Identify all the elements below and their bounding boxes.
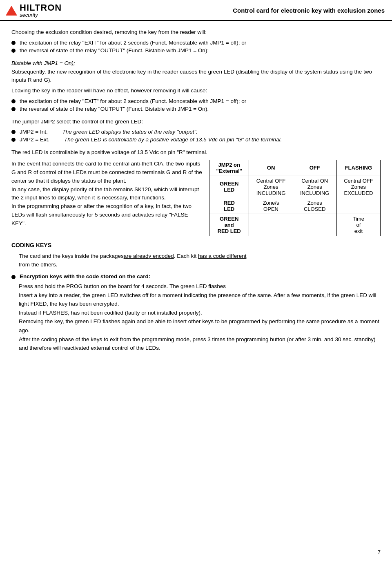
jmp2-intro: The jumper JMP2 select the control of th…	[11, 118, 381, 126]
red-led-flashing	[336, 198, 380, 214]
table-section: In the event that connects the card to t…	[11, 160, 381, 236]
jmp2-ext-content: JMP2 = Ext. The green LED is controllabl…	[20, 136, 282, 143]
green-red-led-on	[249, 214, 293, 236]
bullet-dot-2b	[11, 107, 16, 111]
bullet-item-2b: the reversal of state of the relay "OUTP…	[11, 106, 381, 112]
coding-keys-intro: The card and the keys inside the package…	[19, 253, 124, 259]
green-red-led-flashing: Timeofexit	[336, 214, 380, 236]
coding-keys-intro2: . Each kit	[174, 253, 197, 259]
jmp2-int-content: JMP2 = Int. The green LED displays the s…	[20, 129, 198, 135]
coding-keys-intro3: has a code different	[198, 253, 246, 259]
logo-triangle-icon	[6, 6, 17, 16]
coding-keys-intro-block: The card and the keys inside the package…	[11, 252, 381, 269]
page: HILTRON security Control card for electr…	[0, 0, 392, 561]
bistable-label: Bistable with JMP1 = On);	[11, 60, 75, 66]
col-header-flashing: FLASHING	[336, 160, 380, 176]
bullet-text-1: the excitation of the relay "EXIT" for a…	[20, 40, 246, 46]
led-table: JMP2 on"External" ON OFF FLASHING GREENL…	[209, 160, 381, 236]
bullet-dot-1	[11, 41, 16, 45]
red-led-header: REDLED	[209, 198, 249, 214]
logo-area: HILTRON security	[6, 3, 62, 18]
jmp2-int-row: JMP2 = Int. The green LED displays the s…	[11, 129, 381, 135]
col-header-off: OFF	[293, 160, 336, 176]
jmp2-ext-desc: The green LED is controllable by a posit…	[64, 136, 282, 143]
led-table-wrap: JMP2 on"External" ON OFF FLASHING GREENL…	[209, 160, 381, 236]
bullet-item-1: the excitation of the relay "EXIT" for a…	[11, 40, 381, 46]
bullet-dot-jmp2-ext	[11, 138, 16, 142]
header-title: Control card for electronic key with exc…	[233, 7, 385, 14]
red-led-text: The red LED is controllable by a positiv…	[11, 148, 381, 156]
bullet-text-2: the excitation of the relay "EXIT" for a…	[20, 98, 246, 104]
jmp2-ext-row: JMP2 = Ext. The green LED is controllabl…	[11, 136, 381, 143]
logo-text-area: HILTRON security	[20, 3, 62, 18]
col-header-jmp2: JMP2 on"External"	[209, 160, 249, 176]
logo-sub: security	[20, 12, 62, 18]
logo-name: HILTRON	[20, 3, 62, 12]
table-row-green-red-led: GREENandRED LED Timeofexit	[209, 214, 381, 236]
red-led-off: ZonesCLOSED	[293, 198, 336, 214]
bullet-dot-jmp2-int	[11, 130, 16, 134]
table-row-green-led: GREENLED Central OFFZonesINCLUDING Centr…	[209, 176, 381, 198]
table-row-red-led: REDLED Zone/sOPEN ZonesCLOSED	[209, 198, 381, 214]
page-number: 7	[378, 549, 381, 555]
bullet-item-1b: the reversal of state of the relay "OUTP…	[11, 47, 381, 54]
bullet-dot-encryption	[11, 275, 16, 279]
encryption-label: Encryption keys with the code stored on …	[20, 273, 150, 279]
bullet-text-2b: the reversal of state of the relay "OUTP…	[20, 106, 209, 112]
encryption-bullet: Encryption keys with the code stored on …	[11, 273, 381, 279]
subsequently-text: Bistable with JMP1 = On); Subsequently, …	[11, 59, 381, 84]
bullet-dot-2	[11, 99, 16, 103]
intro-text: Choosing the exclusion condition desired…	[11, 28, 381, 36]
subsequently-body: Subsequently, the new recognition of the…	[11, 69, 372, 83]
green-led-flashing: Central OFFZonesEXCLUDED	[336, 176, 380, 198]
red-led-on: Zone/sOPEN	[249, 198, 293, 214]
green-red-led-off	[293, 214, 336, 236]
bullet-text-1b: the reversal of state of the relay "OUTP…	[20, 47, 209, 54]
leaving-text: Leaving the key in the reader will have …	[11, 87, 381, 95]
green-red-led-header: GREENandRED LED	[209, 214, 249, 236]
coding-keys-underlined: are already encoded	[124, 253, 174, 259]
coding-keys-from-others: from the others.	[19, 262, 58, 268]
bullet-dot-1b	[11, 49, 16, 53]
green-led-header: GREENLED	[209, 176, 249, 198]
header: HILTRON security Control card for electr…	[0, 0, 392, 21]
encryption-steps: Press and hold the PROG button on the bo…	[11, 282, 381, 353]
col-header-on: ON	[249, 160, 293, 176]
coding-keys-heading: CODING KEYS	[11, 242, 381, 248]
table-left-text: In the event that connects the card to t…	[11, 160, 203, 228]
green-led-on: Central OFFZonesINCLUDING	[249, 176, 293, 198]
bullet-item-2: the excitation of the relay "EXIT" for a…	[11, 98, 381, 104]
green-led-off: Central ONZonesINCLUDING	[293, 176, 336, 198]
jmp2-int-desc: The green LED displays the status of the…	[62, 129, 198, 135]
main-content: Choosing the exclusion condition desired…	[0, 21, 392, 363]
